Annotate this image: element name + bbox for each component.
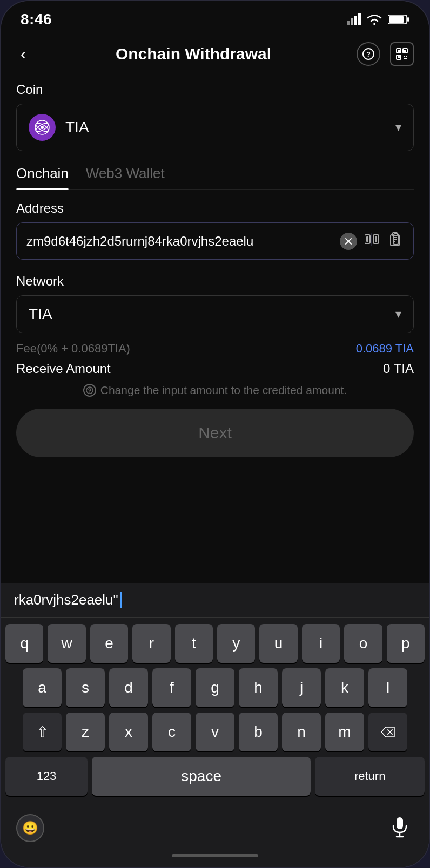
coin-dropdown-icon: ▾ <box>395 120 401 134</box>
key-p[interactable]: p <box>387 624 425 663</box>
keyboard-row-3: ⇧ z x c v b n m <box>5 713 425 751</box>
help-icon: ? <box>362 48 374 60</box>
tab-web3wallet[interactable]: Web3 Wallet <box>86 165 165 189</box>
network-dropdown-icon: ▾ <box>395 307 401 321</box>
key-j[interactable]: j <box>282 668 321 707</box>
coin-label: Coin <box>16 82 414 97</box>
fee-label: Fee(0% + 0.0689TIA) <box>16 342 130 356</box>
phone-frame: 8:46 ‹ Onchain With <box>0 0 430 868</box>
next-button[interactable]: Next <box>16 409 414 457</box>
home-bar <box>172 854 258 857</box>
address-actions <box>340 232 404 250</box>
key-e[interactable]: e <box>90 624 128 663</box>
tab-onchain[interactable]: Onchain <box>16 165 69 189</box>
receive-row: Receive Amount 0 TIA <box>16 361 414 376</box>
key-z[interactable]: z <box>66 713 105 751</box>
key-a[interactable]: a <box>23 668 62 707</box>
status-time: 8:46 <box>21 11 52 28</box>
back-button[interactable]: ‹ <box>16 43 30 65</box>
fee-row: Fee(0% + 0.0689TIA) 0.0689 TIA <box>16 342 414 356</box>
address-label: Address <box>16 201 414 216</box>
key-f[interactable]: f <box>152 668 191 707</box>
emoji-button[interactable]: 😀 <box>16 814 44 842</box>
svg-text:?: ? <box>366 50 371 58</box>
mic-button[interactable] <box>386 814 414 842</box>
address-value: zm9d6t46jzh2d5rurnj84rka0rvjhs2eaelu <box>26 234 340 249</box>
key-space[interactable]: space <box>92 757 311 796</box>
key-return[interactable]: return <box>315 757 425 796</box>
svg-rect-38 <box>397 817 403 829</box>
header-actions: ? <box>357 42 414 66</box>
svg-rect-15 <box>404 56 405 57</box>
main-content: Coin TIA ▾ Onchain Web3 Wallet A <box>1 77 429 473</box>
battery-icon <box>388 14 409 25</box>
svg-point-19 <box>41 126 44 129</box>
svg-rect-3 <box>358 13 361 25</box>
text-preview: rka0rvjhs2eaelu" <box>1 583 429 618</box>
page-title: Onchain Withdrawal <box>30 45 357 63</box>
keyboard-row-4: 123 space return <box>5 757 425 796</box>
key-shift[interactable]: ⇧ <box>23 713 62 751</box>
key-w[interactable]: w <box>48 624 85 663</box>
key-x[interactable]: x <box>109 713 148 751</box>
svg-rect-25 <box>366 236 368 242</box>
help-button[interactable]: ? <box>357 42 380 66</box>
key-q[interactable]: q <box>5 624 43 663</box>
address-input-wrapper[interactable]: zm9d6t46jzh2d5rurnj84rka0rvjhs2eaelu <box>16 222 414 260</box>
key-h[interactable]: h <box>239 668 278 707</box>
svg-rect-5 <box>407 17 409 22</box>
tab-bar: Onchain Web3 Wallet <box>16 165 414 190</box>
svg-rect-12 <box>398 50 400 52</box>
key-t[interactable]: t <box>175 624 213 663</box>
text-cursor <box>120 592 122 608</box>
svg-rect-2 <box>354 16 357 25</box>
scan-icon <box>396 48 408 60</box>
signal-icon <box>347 13 361 25</box>
qr-scan-icon <box>365 232 381 247</box>
receive-value: 0 TIA <box>383 361 414 376</box>
bottom-toolbar: 😀 <box>1 805 429 847</box>
scan-button[interactable] <box>390 42 414 66</box>
key-b[interactable]: b <box>239 713 278 751</box>
clipboard-icon <box>388 232 404 247</box>
scan-address-icon[interactable] <box>365 232 381 250</box>
key-v[interactable]: v <box>196 713 234 751</box>
mic-icon <box>391 817 408 839</box>
key-l[interactable]: l <box>368 668 407 707</box>
svg-rect-1 <box>351 18 353 25</box>
key-backspace[interactable] <box>368 713 407 751</box>
coin-selector[interactable]: TIA ▾ <box>16 104 414 151</box>
keyboard-area: rka0rvjhs2eaelu" q w e r t y u i o p a s <box>1 583 429 867</box>
change-hint: Change the input amount to the credited … <box>16 384 414 397</box>
key-k[interactable]: k <box>325 668 364 707</box>
svg-rect-0 <box>347 21 350 25</box>
status-icons <box>347 13 409 25</box>
svg-rect-17 <box>404 58 407 59</box>
hint-icon <box>83 384 96 397</box>
keyboard: q w e r t y u i o p a s d f g h j k <box>1 618 429 805</box>
key-c[interactable]: c <box>152 713 191 751</box>
svg-rect-6 <box>389 16 404 23</box>
key-i[interactable]: i <box>302 624 340 663</box>
clear-address-button[interactable] <box>340 233 357 250</box>
key-n[interactable]: n <box>282 713 321 751</box>
svg-point-35 <box>89 392 90 393</box>
key-s[interactable]: s <box>66 668 105 707</box>
key-d[interactable]: d <box>109 668 148 707</box>
svg-rect-28 <box>375 236 377 242</box>
paste-icon[interactable] <box>388 232 404 250</box>
key-g[interactable]: g <box>196 668 234 707</box>
network-selector[interactable]: TIA ▾ <box>16 295 414 333</box>
preview-text: rka0rvjhs2eaelu" <box>14 592 118 608</box>
key-r[interactable]: r <box>132 624 170 663</box>
key-y[interactable]: y <box>217 624 255 663</box>
key-numbers[interactable]: 123 <box>5 757 88 796</box>
receive-label: Receive Amount <box>16 361 111 376</box>
key-m[interactable]: m <box>325 713 364 751</box>
celestia-icon <box>35 120 50 135</box>
header: ‹ Onchain Withdrawal ? <box>1 33 429 77</box>
key-u[interactable]: u <box>259 624 297 663</box>
svg-rect-13 <box>404 50 406 52</box>
key-o[interactable]: o <box>344 624 382 663</box>
hint-text: Change the input amount to the credited … <box>100 384 347 397</box>
